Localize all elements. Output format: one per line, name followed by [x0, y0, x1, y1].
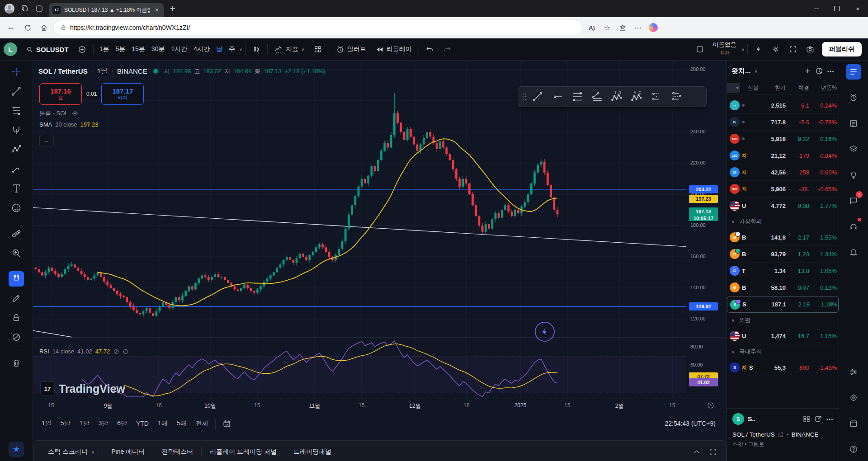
- fullscreen-button[interactable]: [785, 42, 801, 57]
- refresh-icon[interactable]: [21, 21, 34, 34]
- rsi-legend[interactable]: RSI 14 close 41.02 47.72: [39, 348, 129, 355]
- data-window-rail-icon[interactable]: [846, 390, 861, 405]
- chart-style-button[interactable]: [248, 42, 264, 57]
- interval-button-30분[interactable]: 30분: [148, 45, 168, 53]
- indicators-button[interactable]: 지표 ∨: [270, 42, 308, 57]
- horizontal-ray-icon[interactable]: [548, 89, 567, 105]
- panel-chevron-up-icon[interactable]: [693, 448, 701, 456]
- watchlist-section-header[interactable]: ∨국내주식: [727, 344, 839, 359]
- watchlist-chevron-icon[interactable]: ∨: [755, 69, 758, 74]
- section-chevron-icon[interactable]: ∨: [731, 349, 735, 354]
- range-button-3달[interactable]: 3달: [94, 418, 112, 429]
- notifications-rail-icon[interactable]: [846, 245, 861, 260]
- read-aloud-icon[interactable]: A): [585, 21, 599, 34]
- interval-button-4시간[interactable]: 4시간: [190, 45, 213, 53]
- bottom-tab[interactable]: 리플레이 트레이딩 패널: [202, 448, 285, 456]
- server-clock[interactable]: 22:54:43 (UTC+9): [665, 420, 722, 427]
- watchlist-section-header[interactable]: ∨가상화폐: [727, 214, 839, 229]
- interval-button-1시간[interactable]: 1시간: [168, 45, 190, 53]
- time-axis[interactable]: 159월1610월1511월1512월162025152월15: [33, 399, 726, 413]
- drawing-mode-tool[interactable]: [9, 291, 24, 306]
- tab-actions-icon[interactable]: [35, 5, 43, 13]
- copilot-icon[interactable]: [646, 21, 660, 34]
- interval-button-주[interactable]: 주: [226, 45, 238, 53]
- minimize-button[interactable]: [806, 0, 826, 17]
- crosshair-tool[interactable]: [9, 64, 24, 80]
- panel-collapse-icon[interactable]: ◀: [727, 83, 740, 93]
- volume-legend[interactable]: 볼륨 · SOL: [39, 109, 79, 118]
- layout-templates-button[interactable]: [310, 42, 326, 57]
- bottom-tab[interactable]: 스탁 스크리너∨: [40, 448, 103, 456]
- home-icon[interactable]: [37, 21, 51, 34]
- position-tool-icon[interactable]: [647, 89, 666, 105]
- sell-button[interactable]: 187.16셀: [39, 83, 82, 105]
- alerts-rail-icon[interactable]: [846, 90, 861, 105]
- favorites-bar-icon[interactable]: [616, 21, 629, 34]
- trend-line-icon[interactable]: [528, 89, 547, 105]
- watchlist-title[interactable]: 왓치...: [731, 67, 751, 75]
- watchlist-row[interactable]: S지S55,3-800-1.43%: [727, 359, 839, 376]
- watchlist-section-header[interactable]: ∨외환: [727, 313, 839, 328]
- buy-button[interactable]: 187.17바이: [101, 83, 144, 105]
- watchlist-row[interactable]: BB93,791,231.34%: [727, 246, 839, 263]
- watchlist-row[interactable]: CT1.3413.81.05%: [727, 263, 839, 279]
- tab-close-icon[interactable]: ×: [154, 6, 160, 14]
- pitchfork-tool[interactable]: [9, 122, 24, 138]
- legend-collapse-button[interactable]: ︿: [39, 135, 54, 146]
- range-button-1일[interactable]: 1일: [38, 418, 56, 429]
- screener-chevron-icon[interactable]: ∨: [91, 450, 94, 455]
- chat-rail-icon[interactable]: 1: [846, 193, 861, 208]
- watchlist-row[interactable]: 500지5,906-38.-0.65%: [727, 181, 839, 198]
- remove-drawings-tool[interactable]: [9, 355, 24, 371]
- settings-ellipsis-icon[interactable]: ⋯: [631, 21, 645, 34]
- replay-button[interactable]: 리플레이: [371, 42, 416, 57]
- support-rail-icon[interactable]: [846, 219, 861, 234]
- chart-legend-header[interactable]: SOL / TetherUS · 1날 · BINANCE 시184.96 고1…: [38, 67, 325, 75]
- watchlist-row[interactable]: ~2,515-6.1-0.24%: [727, 97, 839, 114]
- range-button-1해[interactable]: 1해: [154, 418, 172, 429]
- quick-actions-button[interactable]: [750, 42, 767, 57]
- market-status-dot[interactable]: [154, 69, 158, 73]
- range-button-1달[interactable]: 1달: [75, 418, 94, 429]
- watchlist-more-icon[interactable]: ⋯: [827, 67, 834, 75]
- snapshot-button[interactable]: [802, 42, 818, 57]
- forecast-tool-icon[interactable]: [667, 89, 686, 105]
- watchlist-row[interactable]: U1,47416.71.15%: [727, 328, 839, 344]
- external-link-icon[interactable]: [778, 432, 784, 438]
- user-avatar[interactable]: L: [4, 42, 17, 56]
- back-icon[interactable]: ←: [5, 21, 18, 34]
- watchlist-row[interactable]: BB141,82,171.55%: [727, 229, 839, 246]
- horizontal-lines-icon[interactable]: [568, 89, 587, 105]
- interval-button-5분[interactable]: 5분: [112, 45, 128, 53]
- chart-settings-button[interactable]: [768, 42, 784, 57]
- watchlist-row[interactable]: 5005,9189.220.16%: [727, 131, 839, 147]
- browser-tab[interactable]: 17 SOLUSDT 187.13 ▲ +1.18% 이름없 ×: [49, 3, 164, 17]
- details-pair[interactable]: SOL / TetherUS: [732, 431, 775, 438]
- browser-profile-avatar[interactable]: [5, 4, 14, 14]
- range-button-전체[interactable]: 전체: [192, 418, 212, 429]
- chart-pane[interactable]: SOL / TetherUS · 1날 · BINANCE 시184.96 고1…: [33, 61, 726, 399]
- news-rail-icon[interactable]: [846, 116, 861, 131]
- panel-expand-icon[interactable]: [709, 448, 717, 456]
- interval-button-날[interactable]: 날: [213, 45, 226, 53]
- watchlist-row[interactable]: SS187.12.181.18%: [727, 296, 839, 313]
- measure-tool[interactable]: [9, 226, 24, 241]
- candlestick-chart[interactable]: [33, 61, 727, 399]
- section-chevron-icon[interactable]: ∨: [731, 318, 735, 323]
- lock-drawings-tool[interactable]: [9, 310, 24, 325]
- details-grid-icon[interactable]: [802, 415, 811, 423]
- watchlist-pie-icon[interactable]: [815, 67, 823, 75]
- watchlist-row[interactable]: BB58.100.070.13%: [727, 279, 839, 296]
- ideas-rail-icon[interactable]: [846, 167, 861, 183]
- pattern-tool[interactable]: [9, 142, 24, 157]
- object-tree-rail-icon[interactable]: [846, 364, 861, 380]
- layers-rail-icon[interactable]: [846, 141, 861, 157]
- workspaces-icon[interactable]: [21, 5, 29, 13]
- bookmark-star-icon[interactable]: ☆: [600, 21, 614, 34]
- fib-retracement-tool[interactable]: [9, 103, 24, 118]
- price-axis[interactable]: 280.00260.00240.00220.00200.00180.00160.…: [688, 61, 727, 399]
- hide-drawings-tool[interactable]: [9, 329, 24, 345]
- range-button-5날[interactable]: 5날: [57, 418, 75, 429]
- emoji-tool[interactable]: [9, 200, 24, 216]
- range-button-YTD[interactable]: YTD: [132, 418, 153, 429]
